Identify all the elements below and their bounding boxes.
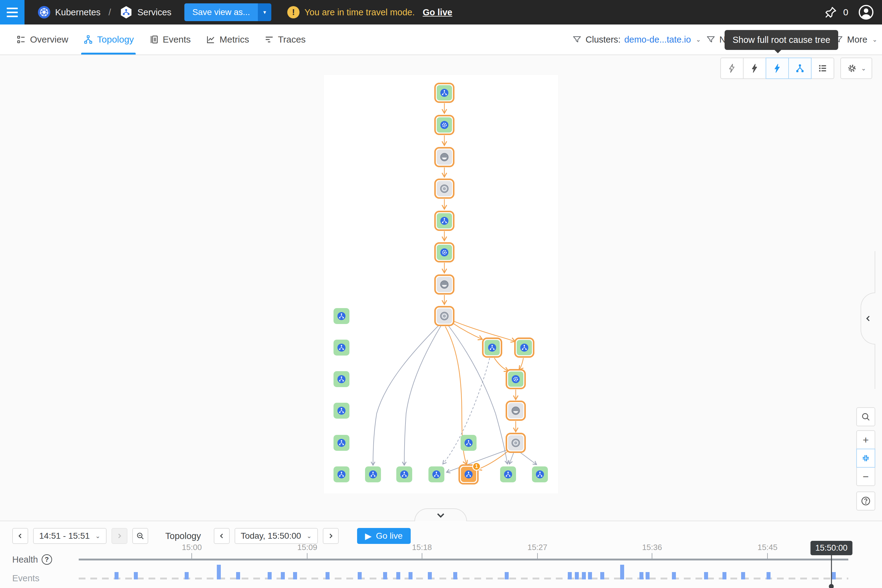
topology-node-pod[interactable]: [506, 369, 526, 389]
list-view-button[interactable]: [811, 58, 834, 79]
event-bar[interactable]: [396, 572, 400, 579]
event-bar[interactable]: [568, 572, 572, 579]
clusters-value[interactable]: demo-de...tate.io: [624, 34, 691, 45]
breadcrumb-view[interactable]: Services: [138, 8, 171, 18]
timeline-zoom-out-button[interactable]: [132, 528, 148, 544]
range-forward-button[interactable]: [111, 528, 128, 544]
zoom-in-button[interactable]: +: [856, 430, 875, 449]
topology-node-generic[interactable]: [506, 433, 526, 453]
topology-node-service[interactable]: [333, 403, 350, 418]
topology-node-container[interactable]: [434, 147, 454, 167]
graph-settings-button[interactable]: ⌄: [840, 58, 872, 79]
topology-node-service[interactable]: [333, 340, 350, 356]
root-cause-full-button[interactable]: [766, 58, 789, 79]
event-bar[interactable]: [646, 572, 650, 579]
topology-node-service[interactable]: 1: [459, 464, 478, 484]
topology-canvas[interactable]: 1: [324, 75, 558, 494]
event-bar[interactable]: [672, 572, 676, 579]
tab-traces[interactable]: Traces: [256, 24, 313, 54]
save-view-dropdown-caret[interactable]: ▾: [258, 3, 272, 21]
event-bar[interactable]: [428, 572, 432, 579]
root-cause-none-button[interactable]: [720, 58, 744, 79]
topology-node-pod[interactable]: [434, 242, 454, 262]
clusters-filter[interactable]: Clusters: demo-de...tate.io ⌄: [572, 24, 701, 54]
event-bar[interactable]: [217, 565, 221, 579]
event-bar[interactable]: [114, 572, 118, 579]
event-bar[interactable]: [453, 572, 457, 579]
tab-topology[interactable]: Topology: [76, 24, 141, 54]
time-forward-button[interactable]: [323, 528, 339, 544]
breadcrumb-app[interactable]: Kubernetes: [55, 8, 100, 18]
more-filters[interactable]: More ⌄: [834, 24, 878, 54]
topology-node-service[interactable]: [333, 435, 350, 451]
event-bar[interactable]: [383, 572, 387, 579]
event-bar[interactable]: [766, 572, 771, 579]
event-bar[interactable]: [582, 572, 586, 579]
hamburger-menu-button[interactable]: [0, 0, 24, 24]
user-avatar[interactable]: [858, 4, 874, 20]
event-bar[interactable]: [358, 572, 362, 579]
tab-events[interactable]: Events: [141, 24, 198, 54]
topology-node-service[interactable]: [333, 466, 350, 482]
event-bar[interactable]: [281, 572, 285, 579]
fit-to-screen-button[interactable]: [856, 448, 875, 468]
topology-node-container[interactable]: [434, 274, 454, 295]
events-baseline: [79, 578, 848, 579]
tree-layout-button[interactable]: [788, 58, 812, 79]
tab-overview[interactable]: Overview: [9, 24, 76, 54]
topology-node-container[interactable]: [506, 400, 526, 421]
event-bar[interactable]: [505, 572, 508, 579]
event-bar[interactable]: [620, 565, 624, 579]
topology-node-service[interactable]: [460, 435, 477, 451]
event-bar[interactable]: [832, 572, 836, 579]
root-cause-partial-button[interactable]: [743, 58, 766, 79]
topology-node-service[interactable]: [396, 466, 412, 482]
time-select[interactable]: Today, 15:50:00 ⌄: [235, 528, 318, 544]
event-bar[interactable]: [326, 572, 330, 579]
go-live-link[interactable]: Go live: [423, 8, 452, 18]
event-bar[interactable]: [575, 572, 579, 579]
event-bar[interactable]: [236, 572, 240, 579]
event-bar[interactable]: [134, 572, 138, 579]
event-bar[interactable]: [588, 572, 592, 579]
event-bar[interactable]: [639, 572, 644, 579]
save-view-as-split-button[interactable]: Save view as... ▾: [184, 3, 272, 21]
time-range-select[interactable]: 14:51 - 15:51 ⌄: [33, 528, 106, 544]
event-bar[interactable]: [293, 572, 297, 579]
time-back-button[interactable]: [214, 528, 230, 544]
collapse-right-panel-handle[interactable]: [861, 292, 875, 345]
topology-node-pod[interactable]: [434, 115, 454, 135]
topology-node-service[interactable]: [429, 466, 444, 482]
topology-node-service[interactable]: [500, 466, 516, 482]
save-view-as-button[interactable]: Save view as...: [184, 3, 258, 21]
help-button[interactable]: [856, 492, 875, 510]
topology-node-generic[interactable]: [434, 178, 454, 199]
topology-node-service[interactable]: [482, 338, 502, 358]
event-bar[interactable]: [704, 572, 708, 579]
tab-metrics[interactable]: Metrics: [198, 24, 256, 54]
collapse-bottom-panel-handle[interactable]: [414, 508, 467, 521]
event-bar[interactable]: [268, 572, 272, 579]
health-status-line: [79, 559, 848, 560]
event-bar[interactable]: [600, 572, 604, 579]
topology-node-service[interactable]: [365, 466, 381, 482]
topology-node-generic[interactable]: [434, 306, 454, 326]
go-live-button[interactable]: ▶ Go live: [357, 528, 411, 544]
topology-node-service[interactable]: [333, 308, 350, 324]
topology-node-service[interactable]: [434, 82, 454, 103]
topology-node-service[interactable]: [434, 211, 454, 231]
event-bar[interactable]: [723, 572, 726, 579]
current-time-marker[interactable]: 15:50:00: [810, 541, 852, 588]
topology-node-service[interactable]: [514, 338, 534, 358]
event-bar[interactable]: [741, 572, 745, 579]
range-back-button[interactable]: [12, 528, 28, 544]
health-help-icon[interactable]: ?: [42, 554, 52, 565]
topology-node-service[interactable]: [333, 371, 350, 387]
event-bar[interactable]: [408, 572, 412, 579]
marker-dot[interactable]: [829, 584, 834, 588]
pin-icon[interactable]: [824, 6, 838, 19]
graph-search-button[interactable]: [856, 407, 875, 426]
zoom-out-button[interactable]: −: [856, 467, 875, 486]
topology-node-service[interactable]: [532, 466, 548, 482]
event-bar[interactable]: [184, 572, 189, 579]
